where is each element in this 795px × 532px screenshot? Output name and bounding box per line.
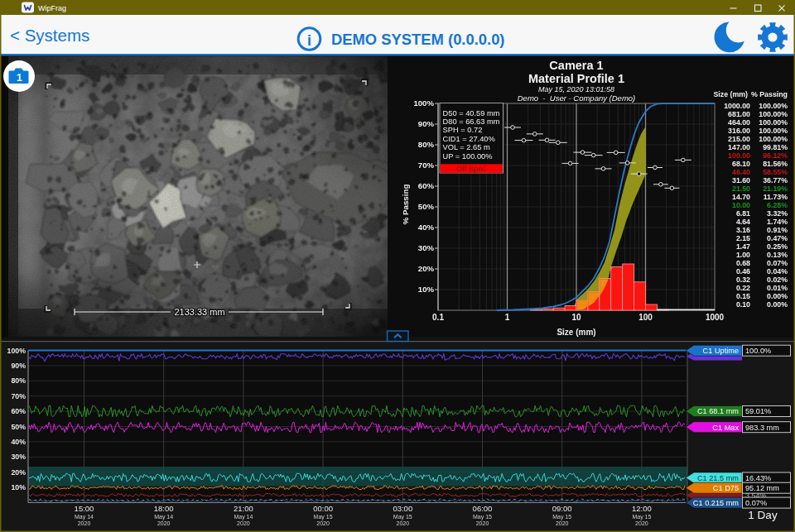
svg-text:11.73%: 11.73% — [764, 193, 788, 201]
svg-text:CID1 = 27.40%: CID1 = 27.40% — [443, 135, 495, 143]
svg-text:46.40: 46.40 — [732, 168, 750, 176]
svg-text:6.28%: 6.28% — [767, 201, 788, 209]
svg-text:15:00: 15:00 — [75, 504, 94, 513]
svg-text:60%: 60% — [418, 181, 435, 190]
svg-text:21.19%: 21.19% — [763, 185, 788, 193]
svg-text:100.00%: 100.00% — [759, 118, 788, 127]
svg-text:16.43%: 16.43% — [745, 474, 771, 482]
svg-text:Camera 1: Camera 1 — [549, 59, 603, 72]
svg-text:100.00%: 100.00% — [759, 127, 788, 135]
svg-text:Size (mm): Size (mm) — [713, 90, 748, 98]
svg-text:0.47%: 0.47% — [767, 234, 788, 242]
svg-text:100.0%: 100.0% — [745, 347, 771, 355]
svg-text:0.00%: 0.00% — [767, 300, 788, 309]
svg-text:UP = 100.00%: UP = 100.00% — [443, 152, 493, 161]
svg-text:20%: 20% — [418, 264, 435, 273]
svg-text:681.00: 681.00 — [728, 110, 750, 118]
svg-text:70%: 70% — [11, 392, 26, 400]
svg-text:0.91%: 0.91% — [767, 226, 788, 234]
svg-text:Material Profile 1: Material Profile 1 — [528, 72, 624, 85]
svg-text:% Passing: % Passing — [751, 90, 788, 98]
svg-text:0.07%: 0.07% — [767, 259, 788, 267]
svg-text:10.00: 10.00 — [732, 201, 750, 209]
svg-text:D80 = 66.63 mm: D80 = 66.63 mm — [443, 117, 500, 126]
svg-text:0.32: 0.32 — [736, 276, 750, 284]
svg-text:2133.33 mm: 2133.33 mm — [174, 307, 224, 317]
svg-text:983.3 mm: 983.3 mm — [745, 424, 779, 432]
svg-text:70%: 70% — [418, 161, 435, 170]
svg-text:03:00: 03:00 — [393, 504, 412, 513]
svg-text:36.77%: 36.77% — [763, 176, 788, 185]
svg-text:1.74%: 1.74% — [767, 218, 788, 226]
svg-text:50%: 50% — [418, 202, 435, 211]
svg-text:0.04%: 0.04% — [767, 267, 788, 276]
svg-text:58.55%: 58.55% — [763, 168, 788, 176]
svg-text:D50 = 40.59 mm: D50 = 40.59 mm — [443, 109, 500, 117]
svg-text:100%: 100% — [413, 98, 434, 108]
svg-text:1000.00: 1000.00 — [724, 102, 750, 110]
svg-text:20%: 20% — [11, 468, 26, 477]
svg-text:2020: 2020 — [556, 520, 569, 526]
svg-text:10%: 10% — [11, 483, 26, 491]
svg-text:215.00: 215.00 — [728, 135, 750, 143]
svg-text:% Passing: % Passing — [401, 184, 410, 224]
svg-text:1000: 1000 — [706, 313, 725, 322]
svg-text:06:00: 06:00 — [473, 504, 493, 513]
svg-text:DEMO SYSTEM (0.0.0.0): DEMO SYSTEM (0.0.0.0) — [331, 31, 505, 48]
svg-text:0.13%: 0.13% — [767, 251, 788, 259]
svg-text:3.32%: 3.32% — [767, 209, 788, 218]
svg-text:C1 0.215 mm: C1 0.215 mm — [693, 499, 739, 507]
svg-text:C1 Uptime: C1 Uptime — [703, 347, 739, 355]
svg-text:12:00: 12:00 — [632, 504, 652, 513]
svg-text:Size (mm): Size (mm) — [556, 328, 595, 337]
svg-text:2020: 2020 — [397, 520, 410, 526]
svg-text:18:00: 18:00 — [154, 504, 174, 513]
svg-text:40%: 40% — [11, 438, 26, 446]
svg-text:0.15: 0.15 — [736, 292, 750, 300]
svg-text:6.81: 6.81 — [736, 209, 750, 218]
svg-text:0.1: 0.1 — [432, 313, 444, 322]
svg-text:1.47: 1.47 — [736, 242, 750, 251]
svg-text:90%: 90% — [418, 119, 435, 128]
svg-text:May 15, 2020 13:01:58: May 15, 2020 13:01:58 — [538, 85, 614, 93]
svg-text:Demo - User - Company (Demo): Demo - User - Company (Demo) — [518, 93, 636, 103]
svg-text:2020: 2020 — [237, 520, 250, 526]
svg-text:80%: 80% — [11, 376, 26, 385]
svg-text:100: 100 — [638, 313, 653, 322]
svg-text:C1 21.5 mm: C1 21.5 mm — [697, 474, 739, 482]
svg-text:1: 1 — [505, 313, 510, 322]
svg-text:100.00%: 100.00% — [759, 110, 788, 118]
svg-text:90%: 90% — [11, 362, 26, 370]
svg-text:10%: 10% — [418, 285, 435, 294]
svg-text:2020: 2020 — [476, 520, 489, 526]
svg-text:60%: 60% — [11, 407, 26, 415]
svg-text:0.01%: 0.01% — [767, 284, 788, 292]
svg-text:2.15: 2.15 — [736, 234, 750, 242]
svg-text:14.70: 14.70 — [732, 193, 750, 201]
svg-text:81.56%: 81.56% — [763, 160, 788, 168]
svg-text:100.00: 100.00 — [728, 151, 750, 160]
svg-text:50%: 50% — [11, 423, 26, 431]
svg-text:30%: 30% — [418, 243, 435, 252]
svg-text:SPH = 0.72: SPH = 0.72 — [443, 126, 483, 134]
svg-text:100.00%: 100.00% — [759, 102, 788, 110]
svg-text:59.01%: 59.01% — [745, 407, 771, 415]
svg-text:316.00: 316.00 — [728, 127, 750, 135]
svg-text:31.60: 31.60 — [732, 176, 750, 185]
svg-text:i: i — [307, 32, 311, 49]
svg-text:4.64: 4.64 — [736, 218, 750, 226]
svg-text:30%: 30% — [11, 453, 26, 461]
svg-text:0.25%: 0.25% — [767, 242, 788, 251]
svg-text:VOL = 2.65 m: VOL = 2.65 m — [443, 143, 491, 151]
svg-text:10: 10 — [571, 313, 581, 322]
svg-text:0.07%: 0.07% — [745, 499, 767, 507]
svg-text:C1 68.1 mm: C1 68.1 mm — [697, 407, 739, 415]
svg-text:1: 1 — [17, 72, 22, 84]
svg-text:464.00: 464.00 — [728, 118, 750, 127]
svg-text:3.16: 3.16 — [736, 226, 750, 234]
svg-text:1.00: 1.00 — [736, 251, 750, 259]
svg-text:C1 D75: C1 D75 — [713, 484, 739, 492]
svg-text:0.46: 0.46 — [736, 267, 750, 276]
svg-text:WipFrag: WipFrag — [38, 4, 66, 12]
svg-text:80%: 80% — [418, 140, 435, 149]
